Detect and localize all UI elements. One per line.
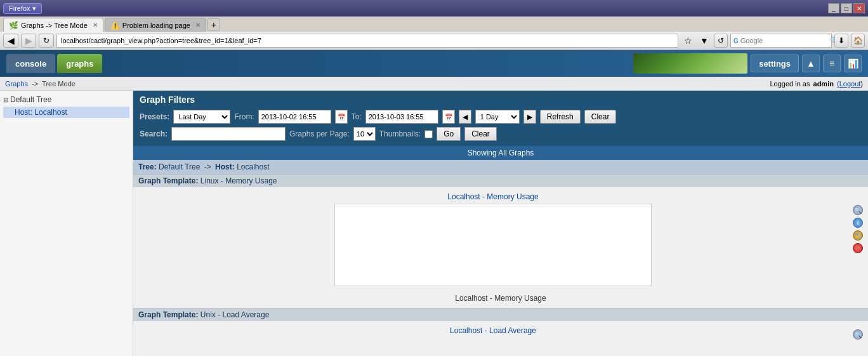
filter-row-1: Presets: Last Day From: 📅 To: 📅 ◀ 1 Day … bbox=[140, 110, 862, 124]
tree-info-bar: Tree: Default Tree -> Host: Localhost bbox=[133, 160, 868, 174]
nav-bar: ◀ ▶ ↻ ☆ ▼ ↺ G 🔍 ⬇ 🏠 bbox=[0, 32, 868, 50]
app-nav-buttons: console graphs bbox=[6, 54, 102, 73]
graph-2-icons: 🔍 bbox=[853, 329, 863, 340]
from-input[interactable] bbox=[258, 110, 331, 124]
title-bar: Firefox ▾ _ □ ✕ bbox=[0, 0, 868, 16]
graph-2-title-link[interactable]: Localhost - Load Average bbox=[450, 326, 536, 335]
minimize-button[interactable]: _ bbox=[828, 3, 839, 13]
header-right: settings ▲ ≡ 📊 bbox=[633, 53, 862, 74]
graph-1-section: Localhost - Memory Usage 🔍 i 🔧 🚫 bbox=[133, 187, 868, 291]
template2-label: Graph Template: bbox=[138, 310, 198, 319]
reload-button[interactable]: ↻ bbox=[39, 34, 54, 48]
breadcrumb-arrow: -> bbox=[32, 80, 38, 88]
tab-problem[interactable]: ⚠️ Problem loading page ✕ bbox=[105, 18, 206, 32]
breadcrumb: Graphs -> Tree Mode bbox=[5, 80, 76, 88]
sidebar-host-item[interactable]: Host: Localhost bbox=[3, 107, 129, 118]
clear-button-1[interactable]: Clear bbox=[584, 110, 617, 124]
user-icon-button[interactable]: ▲ bbox=[802, 55, 820, 72]
sidebar: ⊟ Default Tree Host: Localhost bbox=[0, 91, 133, 356]
host-name-text: Localhost bbox=[237, 162, 269, 171]
graph-2-content: Localhost - Load Average bbox=[138, 326, 848, 338]
back-button[interactable]: ◀ bbox=[3, 34, 18, 48]
tab-close-1[interactable]: ✕ bbox=[93, 22, 98, 29]
cacti-logo bbox=[633, 53, 747, 74]
info-icon-1[interactable]: i bbox=[853, 218, 863, 228]
graph-filters-panel: Graph Filters Presets: Last Day From: 📅 … bbox=[133, 91, 868, 146]
main-layout: ⊟ Default Tree Host: Localhost Graph Fil… bbox=[0, 91, 868, 356]
template2-name: Unix - Load Average bbox=[201, 310, 270, 319]
login-user: admin bbox=[813, 80, 834, 88]
graph-2-section: Localhost - Load Average 🔍 bbox=[133, 321, 868, 345]
tree-path-label: Tree: bbox=[138, 162, 157, 171]
graph-1-content: Localhost - Memory Usage bbox=[138, 192, 848, 286]
menu-icon-button[interactable]: ≡ bbox=[823, 55, 841, 72]
refresh-nav-button[interactable]: ↺ bbox=[714, 34, 728, 48]
breadcrumb-graphs-link[interactable]: Graphs bbox=[5, 80, 28, 88]
tabs-bar: 🌿 Graphs -> Tree Mode ✕ ⚠️ Problem loadi… bbox=[0, 16, 868, 32]
per-page-label: Graphs per Page: bbox=[289, 129, 350, 138]
breadcrumb-bar: Graphs -> Tree Mode Logged in as admin (… bbox=[0, 77, 868, 91]
search-field[interactable] bbox=[171, 127, 286, 141]
browser-chrome: Firefox ▾ _ □ ✕ 🌿 Graphs -> Tree Mode ✕ … bbox=[0, 0, 868, 50]
graph-1-icons: 🔍 i 🔧 🚫 bbox=[853, 205, 863, 253]
clear-button-2[interactable]: Clear bbox=[464, 127, 497, 141]
firefox-button[interactable]: Firefox ▾ bbox=[3, 3, 42, 14]
graph-1-bottom-title: Localhost - Memory Usage bbox=[133, 291, 868, 308]
showing-bar: Showing All Graphs bbox=[133, 146, 868, 160]
template1-name: Linux - Memory Usage bbox=[201, 176, 277, 185]
tab-label-2: Problem loading page bbox=[122, 22, 190, 29]
graph-1-title-link[interactable]: Localhost - Memory Usage bbox=[447, 192, 538, 201]
settings-nav-button[interactable]: settings bbox=[751, 55, 799, 72]
per-page-select[interactable]: 10 20 50 bbox=[353, 127, 376, 141]
login-text: Logged in as bbox=[770, 80, 810, 88]
new-tab-button[interactable]: + bbox=[207, 18, 220, 31]
graph-1-title-bottom: Localhost - Memory Usage bbox=[455, 294, 546, 303]
thumbnails-checkbox[interactable] bbox=[424, 130, 433, 138]
sidebar-tree-label: Default Tree bbox=[10, 95, 51, 104]
app-container: console graphs settings ▲ ≡ 📊 Graphs -> … bbox=[0, 50, 868, 354]
host-label-text: Host: bbox=[215, 162, 235, 171]
bookmark-button[interactable]: ▼ bbox=[697, 34, 711, 48]
forward-button[interactable]: ▶ bbox=[21, 34, 36, 48]
to-input[interactable] bbox=[365, 110, 438, 124]
go-button[interactable]: Go bbox=[437, 127, 461, 141]
star-button[interactable]: ☆ bbox=[681, 34, 695, 48]
refresh-button[interactable]: Refresh bbox=[540, 110, 581, 124]
magnify-icon-2[interactable]: 🔍 bbox=[853, 329, 863, 340]
search-label: Search: bbox=[140, 129, 168, 138]
search-input[interactable] bbox=[740, 37, 828, 44]
to-label: To: bbox=[352, 112, 362, 121]
close-button[interactable]: ✕ bbox=[853, 3, 865, 13]
tab-close-2[interactable]: ✕ bbox=[195, 22, 201, 29]
address-bar[interactable] bbox=[56, 34, 678, 48]
graph-1-title: Localhost - Memory Usage bbox=[138, 192, 848, 201]
logout-link-text[interactable]: Logout bbox=[839, 80, 861, 88]
content-area: Graph Filters Presets: Last Day From: 📅 … bbox=[133, 91, 868, 356]
home-button[interactable]: 🏠 bbox=[851, 34, 865, 48]
chart-icon-button[interactable]: 📊 bbox=[844, 55, 862, 72]
console-nav-button[interactable]: console bbox=[6, 54, 55, 73]
next-interval-button[interactable]: ▶ bbox=[523, 110, 536, 124]
graphs-nav-button[interactable]: graphs bbox=[57, 54, 102, 73]
filter-row-2: Search: Graphs per Page: 10 20 50 Thumbn… bbox=[140, 127, 862, 141]
thumbnails-label: Thumbnails: bbox=[379, 129, 421, 138]
from-calendar-button[interactable]: 📅 bbox=[335, 110, 348, 124]
tab-graphs-tree[interactable]: 🌿 Graphs -> Tree Mode ✕ bbox=[3, 18, 103, 32]
prev-interval-button[interactable]: ◀ bbox=[459, 110, 471, 124]
magnify-icon-1[interactable]: 🔍 bbox=[853, 205, 863, 215]
downloads-button[interactable]: ⬇ bbox=[834, 34, 848, 48]
login-info: Logged in as admin (Logout) bbox=[770, 80, 863, 88]
maximize-button[interactable]: □ bbox=[841, 3, 852, 13]
app-header: console graphs settings ▲ ≡ 📊 bbox=[0, 50, 868, 77]
interval-select[interactable]: 1 Day bbox=[475, 110, 520, 124]
delete-icon-1[interactable]: 🚫 bbox=[853, 243, 863, 253]
to-calendar-button[interactable]: 📅 bbox=[442, 110, 455, 124]
presets-select[interactable]: Last Day bbox=[173, 110, 230, 124]
template1-label: Graph Template: bbox=[138, 176, 198, 185]
graph-1-placeholder bbox=[334, 204, 652, 286]
wrench-icon-1[interactable]: 🔧 bbox=[853, 230, 863, 241]
tab-label-1: Graphs -> Tree Mode bbox=[21, 22, 88, 29]
sidebar-tree-root[interactable]: ⊟ Default Tree bbox=[3, 94, 129, 105]
graph-filters-title: Graph Filters bbox=[140, 95, 862, 105]
showing-text: Showing All Graphs bbox=[468, 148, 534, 157]
